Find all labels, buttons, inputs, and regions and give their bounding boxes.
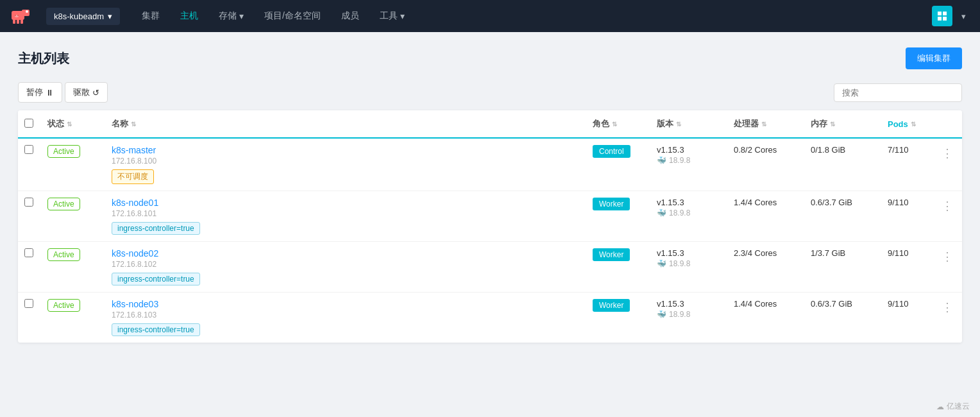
role-cell-0: Control: [586, 138, 650, 191]
node-name-3[interactable]: k8s-node03: [112, 299, 580, 309]
actions-cell-0: ⋮: [933, 138, 962, 191]
drain-button[interactable]: 驱散 ↺: [65, 82, 108, 103]
drain-icon: ↺: [92, 88, 99, 98]
row-action-button-1[interactable]: ⋮: [939, 198, 956, 214]
select-all-cell: [18, 110, 41, 138]
cpu-cell-2: 2.3/4 Cores: [727, 242, 804, 293]
version-main-3: v1.15.3: [657, 299, 721, 309]
node-ip-3: 172.16.8.103: [112, 311, 580, 319]
nav-item-tools[interactable]: 工具 ▾: [371, 5, 414, 27]
node-tag: ingress-controller=true: [112, 273, 200, 285]
actions-cell-2: ⋮: [933, 242, 962, 293]
status-badge-1: Active: [47, 198, 80, 210]
row-checkbox-1[interactable]: [24, 198, 33, 207]
edit-cluster-button[interactable]: 编辑集群: [906, 47, 962, 69]
actions-cell-1: ⋮: [933, 191, 962, 242]
nav-item-projects[interactable]: 项目/命名空间: [255, 5, 330, 27]
nav-label-tools: 工具: [380, 10, 398, 22]
role-badge-3: Worker: [593, 299, 630, 312]
th-role-sort-icon: ⇅: [612, 121, 617, 128]
user-avatar[interactable]: [932, 6, 952, 26]
pods-value-3: 9/110: [888, 299, 909, 309]
cluster-selector[interactable]: k8s-kubeadm ▾: [46, 8, 120, 25]
version-sub-0: 🐳 18.9.8: [657, 156, 721, 165]
th-version-sort-icon: ⇅: [676, 121, 681, 128]
node-tag: ingress-controller=true: [112, 222, 200, 235]
search-input[interactable]: [834, 83, 962, 102]
row-action-button-2[interactable]: ⋮: [939, 248, 956, 265]
th-memory-label: 内存: [811, 118, 827, 130]
th-actions: [933, 110, 962, 138]
node-name-0[interactable]: k8s-master: [112, 145, 580, 155]
node-ip-0: 172.16.8.100: [112, 157, 580, 166]
th-name-sort-icon: ⇅: [131, 121, 136, 128]
status-cell-3: Active: [41, 293, 105, 343]
svg-point-2: [26, 10, 28, 13]
th-version: 版本 ⇅: [650, 110, 727, 138]
svg-rect-1: [22, 10, 30, 16]
nav-item-cluster[interactable]: 集群: [133, 5, 169, 27]
row-checkbox-2[interactable]: [24, 248, 33, 257]
cpu-value-2: 2.3/4 Cores: [734, 248, 777, 258]
cpu-value-3: 1.4/4 Cores: [734, 299, 777, 309]
nav-item-hosts[interactable]: 主机: [171, 5, 207, 27]
navbar: k8s-kubeadm ▾ 集群 主机 存储 ▾ 项目/命名空间 成员 工具 ▾: [0, 0, 980, 32]
role-badge-2: Worker: [593, 248, 630, 261]
select-all-checkbox[interactable]: [24, 119, 33, 128]
row-checkbox-cell-2: [18, 242, 41, 293]
row-checkbox-cell-0: [18, 138, 41, 191]
version-cell-0: v1.15.3 🐳 18.9.8: [650, 138, 727, 191]
actions-cell-3: ⋮: [933, 293, 962, 343]
row-checkbox-3[interactable]: [24, 299, 33, 308]
name-cell-1: k8s-node01 172.16.8.101 ingress-controll…: [105, 191, 586, 242]
row-action-button-0[interactable]: ⋮: [939, 145, 956, 162]
nav-item-storage[interactable]: 存储 ▾: [210, 5, 253, 27]
status-badge-0: Active: [47, 145, 80, 158]
pods-value-2: 9/110: [888, 248, 909, 258]
toolbar: 暂停 ⏸ 驱散 ↺: [18, 82, 962, 103]
pods-value-1: 9/110: [888, 198, 909, 207]
node-tag: ingress-controller=true: [112, 323, 200, 336]
svg-point-7: [15, 15, 16, 16]
pods-cell-2: 9/110: [881, 242, 933, 293]
navbar-user-dropdown[interactable]: ▾: [958, 9, 970, 24]
row-checkbox-cell-3: [18, 293, 41, 343]
status-badge-2: Active: [47, 248, 80, 261]
cpu-cell-1: 1.4/4 Cores: [727, 191, 804, 242]
node-name-2[interactable]: k8s-node02: [112, 248, 580, 259]
docker-icon-1: 🐳: [657, 208, 666, 217]
cpu-cell-3: 1.4/4 Cores: [727, 293, 804, 343]
pods-cell-3: 9/110: [881, 293, 933, 343]
th-name: 名称 ⇅: [105, 110, 586, 138]
tools-dropdown-icon: ▾: [400, 11, 405, 21]
nav-label-cluster: 集群: [142, 10, 160, 22]
memory-cell-2: 1/3.7 GiB: [804, 242, 881, 293]
docker-icon-0: 🐳: [657, 156, 666, 165]
version-cell-3: v1.15.3 🐳 18.9.8: [650, 293, 727, 343]
pause-button[interactable]: 暂停 ⏸: [18, 82, 62, 103]
name-cell-3: k8s-node03 172.16.8.103 ingress-controll…: [105, 293, 586, 343]
table-header-row: 状态 ⇅ 名称 ⇅ 角色 ⇅: [18, 110, 962, 138]
row-checkbox-0[interactable]: [24, 145, 33, 154]
hosts-table: 状态 ⇅ 名称 ⇅ 角色 ⇅: [18, 110, 962, 343]
node-name-1[interactable]: k8s-node01: [112, 198, 580, 208]
th-name-label: 名称: [112, 118, 128, 130]
th-role-label: 角色: [593, 118, 609, 130]
row-action-button-3[interactable]: ⋮: [939, 299, 956, 316]
version-sub-1: 🐳 18.9.8: [657, 208, 721, 217]
memory-value-0: 0/1.8 GiB: [811, 145, 845, 155]
pause-icon: ⏸: [46, 88, 54, 98]
table-row: Active k8s-node01 172.16.8.101 ingress-c…: [18, 191, 962, 242]
svg-rect-12: [938, 17, 942, 21]
page-header: 主机列表 编辑集群: [18, 47, 962, 69]
cluster-dropdown-icon: ▾: [108, 12, 112, 21]
nav-item-members[interactable]: 成员: [332, 5, 368, 27]
status-cell-2: Active: [41, 242, 105, 293]
version-cell-2: v1.15.3 🐳 18.9.8: [650, 242, 727, 293]
memory-value-1: 0.6/3.7 GiB: [811, 198, 852, 207]
version-sub-2: 🐳 18.9.8: [657, 259, 721, 268]
th-pods-label: Pods: [888, 119, 908, 129]
version-main-2: v1.15.3: [657, 248, 721, 258]
memory-cell-1: 0.6/3.7 GiB: [804, 191, 881, 242]
th-cpu-label: 处理器: [734, 118, 759, 130]
